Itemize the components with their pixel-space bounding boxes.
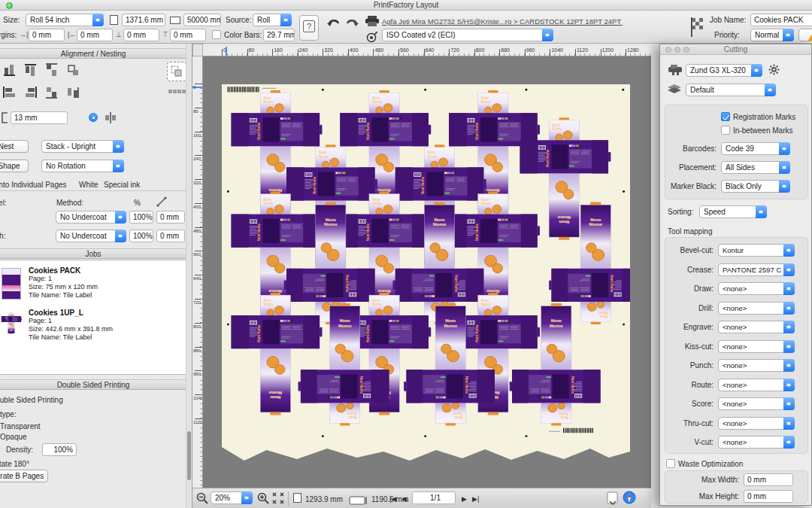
submit-button[interactable]: S bbox=[798, 29, 812, 41]
align-top-icon[interactable] bbox=[24, 63, 38, 77]
margins-label: Margins: bbox=[0, 31, 17, 39]
job-name-field[interactable]: Cookies PACK bbox=[750, 14, 812, 26]
priority-select[interactable]: Normal bbox=[750, 29, 794, 41]
next-page-icon[interactable]: ▶ bbox=[462, 495, 467, 503]
placement-select[interactable]: All Sides bbox=[721, 161, 790, 174]
max-width-field[interactable]: 0 mm bbox=[744, 473, 793, 486]
ruler-major-tick bbox=[373, 49, 374, 56]
inbetween-marks-checkbox[interactable] bbox=[721, 126, 730, 135]
barcodes-select[interactable]: Code 39 bbox=[721, 142, 790, 155]
sorting-select[interactable]: Speed bbox=[699, 205, 767, 218]
snap-corner-icon[interactable] bbox=[66, 63, 80, 77]
undercoat-spread-1[interactable]: 0 mm bbox=[156, 211, 185, 224]
align-right-icon[interactable] bbox=[24, 86, 38, 99]
last-page-icon[interactable]: ▶| bbox=[472, 495, 479, 503]
export-page-icon[interactable] bbox=[606, 491, 620, 508]
stepper-icon bbox=[783, 397, 795, 410]
help-button[interactable]: ? bbox=[299, 15, 319, 41]
cutter-media-select[interactable]: Default bbox=[686, 84, 776, 96]
media-sheet[interactable]: NomNoms NomNoms Nom bbox=[222, 84, 630, 461]
max-height-field[interactable]: 0 mm bbox=[744, 490, 793, 503]
generate-b-pages-button[interactable]: Generate B Pages bbox=[0, 470, 48, 482]
navigator-compass-icon[interactable] bbox=[623, 491, 636, 507]
distribute-vertical-icon[interactable] bbox=[45, 63, 59, 77]
palette-minimize-icon[interactable] bbox=[674, 47, 680, 53]
reshape-button[interactable]: Re-Shape bbox=[0, 160, 29, 172]
palette-title-bar[interactable]: Cutting bbox=[660, 44, 811, 55]
zoom-in-icon[interactable] bbox=[257, 492, 269, 507]
max-width-label: Max Width: bbox=[665, 476, 739, 484]
distribute-horizontal-icon[interactable] bbox=[45, 86, 59, 99]
margin-field-2[interactable]: 0 mm bbox=[77, 29, 113, 41]
tool-select-kiss-cut[interactable]: <none> bbox=[718, 340, 795, 353]
tab-split-pages[interactable]: Split into Individual Pages bbox=[0, 181, 67, 189]
waste-optimization-checkbox[interactable] bbox=[666, 459, 675, 468]
zoom-out-icon[interactable] bbox=[196, 492, 208, 507]
distribute-center-icon[interactable] bbox=[104, 111, 117, 125]
tab-white[interactable]: White bbox=[79, 181, 98, 189]
rotation-select[interactable]: No Rotation bbox=[41, 160, 124, 172]
left-panel-scrollbar[interactable] bbox=[186, 44, 192, 508]
tool-select-crease[interactable]: PANTONE 2597 C bbox=[718, 263, 795, 276]
margin-field-1[interactable]: 0 mm bbox=[29, 29, 65, 41]
undercoat-percent-1[interactable]: 100% bbox=[129, 211, 153, 224]
color-bars-field[interactable]: 29.7 mm bbox=[263, 29, 295, 41]
color-bars-checkbox[interactable] bbox=[212, 30, 221, 39]
printer-queue-link[interactable]: Agfa Jeti Mira MG2732 S/HS@Kriste...ro >… bbox=[382, 17, 623, 26]
spacing-icon[interactable] bbox=[66, 86, 80, 99]
palette-close-icon[interactable] bbox=[665, 47, 671, 53]
tool-select-thru-cut[interactable]: <none> bbox=[718, 417, 795, 430]
marquee-select-button[interactable] bbox=[167, 62, 186, 81]
tool-select-bevel-cut[interactable]: Kontur bbox=[718, 244, 795, 257]
tool-select-punch[interactable]: <none> bbox=[718, 359, 795, 372]
gutter-field[interactable]: 13 mm bbox=[11, 111, 68, 124]
tool-select-route[interactable]: <none> bbox=[718, 379, 795, 391]
marker-black-select[interactable]: Black Only bbox=[721, 180, 790, 193]
prev-page-icon[interactable]: ◀ bbox=[401, 495, 407, 503]
tool-select-score[interactable]: <none> bbox=[718, 397, 795, 410]
media-width-field[interactable]: 1371.6 mm bbox=[122, 14, 165, 26]
stack-mode-select[interactable]: Stack - Upright bbox=[41, 140, 124, 153]
margin-field-4[interactable]: 0 mm bbox=[170, 29, 206, 41]
tab-special-ink[interactable]: Special ink bbox=[104, 181, 140, 189]
page-number-field[interactable]: 1/1 bbox=[412, 491, 456, 504]
registration-marks-checkbox[interactable] bbox=[721, 112, 730, 121]
layout-canvas[interactable]: NomNoms NomNoms Nom bbox=[203, 56, 651, 488]
source-select[interactable]: Roll bbox=[253, 14, 292, 26]
align-left-icon[interactable] bbox=[3, 86, 17, 99]
media-length-field[interactable]: 50000 mm bbox=[183, 14, 221, 26]
inbetween-marks-label: In-between Marks bbox=[733, 126, 792, 135]
tool-select-draw[interactable]: <none> bbox=[718, 282, 795, 295]
first-page-icon[interactable]: |◀ bbox=[389, 495, 396, 503]
undercoat-spread-2[interactable]: 0 mm bbox=[156, 230, 185, 242]
undercoat-method-select-2[interactable]: No Undercoat bbox=[56, 230, 126, 242]
scrollbar-thumb[interactable] bbox=[187, 431, 191, 480]
undercoat-percent-2[interactable]: 100% bbox=[129, 230, 153, 242]
zoom-level-select[interactable]: 20% bbox=[211, 491, 253, 504]
undo-icon[interactable] bbox=[326, 17, 341, 32]
size-select[interactable]: Roll 54 inch bbox=[26, 14, 104, 26]
palette-zoom-icon[interactable] bbox=[683, 47, 689, 53]
jobs-section-header[interactable]: Jobs bbox=[0, 248, 186, 259]
zoom-fit-icon[interactable] bbox=[272, 492, 284, 507]
dsp-section-header[interactable]: Double Sided Printing bbox=[0, 379, 186, 390]
page-length-icon bbox=[170, 17, 180, 24]
gear-icon[interactable] bbox=[768, 64, 780, 78]
tool-label-v-cut: V-cut: bbox=[665, 438, 714, 446]
redo-icon[interactable] bbox=[344, 17, 359, 32]
tool-select-drill[interactable]: <none> bbox=[718, 302, 795, 315]
margin-field-3[interactable]: 0 mm bbox=[123, 29, 159, 41]
traffic-light-green[interactable] bbox=[6, 2, 13, 9]
nest-button[interactable]: Nest bbox=[0, 140, 29, 153]
alignment-section-header[interactable]: Alignment / Nesting bbox=[0, 48, 186, 59]
cutter-device-select[interactable]: Zund G3 XL-320 bbox=[686, 64, 762, 77]
density-field[interactable]: 100% bbox=[42, 443, 77, 456]
tool-select-v-cut[interactable]: <none> bbox=[718, 436, 795, 449]
tool-select-engrave[interactable]: <none> bbox=[718, 321, 795, 333]
media-type-label: Media type: bbox=[0, 410, 17, 418]
profile-select[interactable]: ISO Coated v2 (ECI) bbox=[382, 29, 553, 41]
align-bottom-icon[interactable] bbox=[3, 63, 17, 77]
gutter-radio[interactable] bbox=[89, 113, 98, 122]
undercoat-method-select-1[interactable]: No Undercoat bbox=[56, 211, 126, 224]
jobs-list[interactable]: Cookies PACKPage: 1Size: 75 mm x 120 mmT… bbox=[0, 260, 186, 375]
